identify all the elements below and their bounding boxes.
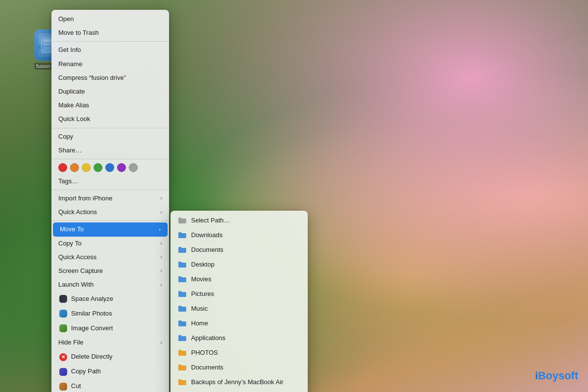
arrow-icon-copy-to: › (160, 240, 162, 247)
submenu-item-photos[interactable]: PHOTOS (171, 345, 308, 360)
menu-item-duplicate[interactable]: Duplicate (51, 85, 169, 98)
folder-icon-pictures (177, 289, 187, 299)
submenu-item-select-path[interactable]: Select Path… (171, 213, 308, 228)
delete-directly-icon-wrap: ✕ (58, 352, 68, 362)
submenu-item-home[interactable]: Home (171, 316, 308, 331)
submenu-item-desktop[interactable]: Desktop (171, 257, 308, 272)
folder-icon-documents-2 (177, 363, 187, 372)
menu-item-move-to-trash[interactable]: Move to Trash (51, 26, 169, 40)
menu-item-quick-look[interactable]: Quick Look (51, 112, 169, 126)
menu-item-delete-directly[interactable]: ✕ Delete Directly (51, 350, 169, 365)
menu-item-compress[interactable]: Compress “fusion drive” (51, 71, 169, 85)
menu-label-move-to: Move To (60, 225, 84, 234)
submenu-item-documents-2[interactable]: Documents (171, 360, 308, 375)
separator-1 (51, 41, 169, 42)
tag-yellow[interactable] (82, 163, 91, 172)
tag-gray[interactable] (129, 163, 138, 172)
menu-item-copy-path[interactable]: Copy Path (51, 365, 169, 379)
tags-row (51, 161, 169, 174)
menu-item-cut[interactable]: Cut (51, 379, 169, 392)
submenu-item-movies[interactable]: Movies (171, 272, 308, 287)
arrow-icon-launch-with: › (160, 281, 162, 289)
similar-photos-icon-wrap (58, 309, 68, 318)
folder-icon-backups (177, 377, 187, 387)
submenu-item-applications[interactable]: Applications (171, 331, 308, 345)
menu-item-make-alias[interactable]: Make Alias (51, 98, 169, 112)
similar-photos-icon (59, 310, 67, 318)
submenu-move-to: Select Path… Downloads Documents Desktop… (171, 211, 308, 392)
submenu-label-music: Music (191, 304, 208, 313)
arrow-icon-hide-file: › (160, 339, 162, 346)
menu-item-share[interactable]: Share… (51, 144, 169, 157)
separator-4 (51, 190, 169, 190)
folder-icon-applications (177, 333, 187, 343)
menu-item-get-info[interactable]: Get Info (51, 43, 169, 57)
menu-item-open[interactable]: Open (51, 12, 169, 26)
menu-label-share: Share… (58, 146, 82, 155)
folder-icon-desktop (177, 260, 187, 270)
menu-label-make-alias: Make Alias (58, 101, 89, 110)
menu-item-copy[interactable]: Copy (51, 130, 169, 144)
menu-label-import-iphone: Import from iPhone (58, 194, 113, 203)
menu-item-quick-access[interactable]: Quick Access › (51, 250, 169, 264)
submenu-item-backups[interactable]: Backups of Jenny’s MacBook Air (171, 375, 308, 390)
submenu-label-desktop: Desktop (191, 260, 215, 269)
iboysoft-text: Boysoft (538, 369, 578, 382)
submenu-label-select-path: Select Path… (191, 216, 230, 225)
menu-item-quick-actions[interactable]: Quick Actions › (51, 205, 169, 219)
tag-blue[interactable] (105, 163, 114, 172)
folder-icon-home (177, 318, 187, 328)
menu-item-similar-photos[interactable]: Similar Photos (51, 306, 169, 321)
folder-icon-documents-1 (177, 245, 187, 255)
submenu-label-documents-1: Documents (191, 245, 223, 254)
menu-label-space-analyze: Space Analyze (71, 294, 113, 303)
arrow-icon-quick-actions: › (160, 209, 162, 216)
menu-item-rename[interactable]: Rename (51, 57, 169, 71)
menu-item-copy-to[interactable]: Copy To › (51, 237, 169, 250)
submenu-item-pictures[interactable]: Pictures (171, 287, 308, 301)
folder-icon-movies (177, 274, 187, 284)
tag-red[interactable] (58, 163, 67, 172)
submenu-label-downloads: Downloads (191, 231, 222, 240)
menu-item-image-convert[interactable]: Image Convert (51, 321, 169, 336)
arrow-icon-import: › (160, 195, 162, 202)
menu-label-quick-look: Quick Look (58, 115, 90, 123)
menu-label-image-convert: Image Convert (71, 324, 113, 333)
submenu-item-documents-1[interactable]: Documents (171, 243, 308, 257)
menu-item-launch-with[interactable]: Launch With › (51, 278, 169, 292)
submenu-label-home: Home (191, 319, 208, 328)
image-convert-icon-wrap (58, 323, 68, 333)
delete-directly-icon: ✕ (59, 353, 67, 361)
menu-label-tags: Tags… (58, 177, 78, 186)
menu-label-similar-photos: Similar Photos (71, 309, 112, 318)
menu-item-hide-file[interactable]: Hide File › (51, 336, 169, 349)
menu-item-screen-capture[interactable]: Screen Capture › (51, 264, 169, 278)
tag-green[interactable] (94, 163, 102, 172)
tag-purple[interactable] (117, 163, 126, 172)
menu-label-duplicate: Duplicate (58, 87, 85, 96)
menu-item-import-iphone[interactable]: Import from iPhone › (51, 192, 169, 205)
image-convert-icon (59, 324, 67, 332)
copy-path-icon (59, 368, 67, 376)
menu-label-get-info: Get Info (58, 46, 81, 54)
menu-label-quick-actions: Quick Actions (58, 208, 97, 217)
tag-orange[interactable] (70, 163, 79, 172)
menu-item-tags[interactable]: Tags… (51, 174, 169, 188)
menu-item-move-to[interactable]: Move To › (53, 222, 168, 236)
menu-label-copy: Copy (58, 132, 73, 141)
cut-icon-wrap (58, 382, 68, 392)
submenu-label-photos: PHOTOS (191, 348, 218, 357)
separator-5 (51, 220, 169, 221)
menu-label-hide-file: Hide File (58, 338, 83, 347)
submenu-item-downloads[interactable]: Downloads (171, 228, 308, 243)
submenu-item-videos[interactable]: Videos (171, 390, 308, 392)
menu-item-space-analyze[interactable]: Space Analyze (51, 292, 169, 306)
submenu-item-music[interactable]: Music (171, 301, 308, 316)
menu-label-screen-capture: Screen Capture (58, 267, 103, 275)
submenu-label-backups: Backups of Jenny’s MacBook Air (191, 378, 283, 387)
menu-label-move-to-trash: Move to Trash (58, 28, 98, 37)
separator-3 (51, 159, 169, 159)
separator-2 (51, 128, 169, 128)
menu-label-copy-to: Copy To (58, 239, 81, 248)
menu-label-rename: Rename (58, 60, 82, 69)
